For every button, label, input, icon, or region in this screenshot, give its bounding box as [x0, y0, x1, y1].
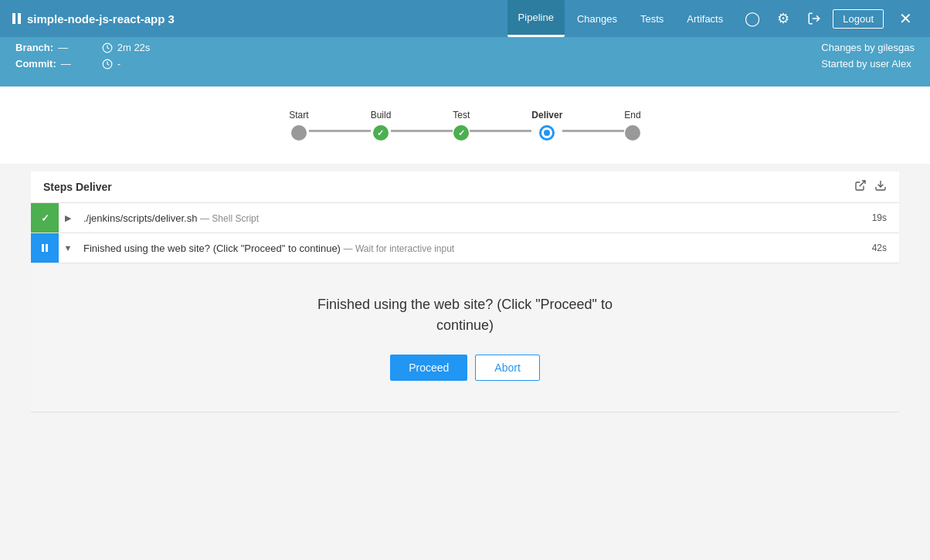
branch-label: Branch: [15, 42, 53, 53]
commit-value: — [61, 58, 71, 70]
clock-icon [102, 59, 113, 70]
step1-expand-icon[interactable]: ▶ [59, 213, 77, 223]
branch-value: — [58, 42, 68, 53]
changes-by: Changes by gilesgas [821, 42, 915, 53]
step1-time: 19s [872, 212, 899, 223]
stage-deliver: Deliver [531, 110, 562, 141]
steps-section: Steps Deliver ✓ ▶ [31, 171, 899, 412]
steps-header: Steps Deliver [31, 171, 899, 203]
logout-button[interactable]: Logout [833, 9, 884, 29]
stage-end-label: End [624, 110, 640, 120]
duration-value: 2m 22s [117, 42, 151, 53]
stage-end: End [624, 110, 640, 141]
build-check-icon: ✓ [377, 128, 384, 138]
stage-build-label: Build [371, 110, 392, 120]
interactive-message: Finished using the web site? (Click "Pro… [311, 294, 619, 336]
sub-header: Branch: — Commit: — 2m 22s - Changes by … [0, 37, 930, 87]
tab-tests[interactable]: Tests [630, 0, 674, 37]
pipeline-area: Start Build ✓ Test ✓ Deliver E [0, 87, 930, 164]
stage-start-dot [291, 125, 307, 141]
stage-end-dot [625, 125, 640, 141]
connector-4 [562, 130, 624, 132]
app-header: simple-node-js-react-app 3 Pipeline Chan… [0, 0, 930, 37]
step2-name: Finished using the web site? (Click "Pro… [77, 243, 872, 254]
abort-button[interactable]: Abort [475, 355, 539, 381]
stage-test-label: Test [453, 110, 470, 120]
stage-deliver-dot [539, 125, 555, 141]
started-by: Started by user Alex [821, 58, 915, 70]
step1-status-icon: ✓ [31, 203, 59, 232]
nav-tabs: Pipeline Changes Tests Artifacts [507, 0, 735, 37]
connector-3 [470, 130, 531, 132]
table-row: ▼ Finished using the web site? (Click "P… [31, 233, 899, 263]
circle-icon[interactable]: ◯ [740, 6, 765, 31]
stage-build: Build ✓ [371, 110, 392, 141]
step2-time: 42s [872, 243, 899, 253]
clock-run-icon [102, 42, 113, 53]
stage-start: Start [289, 110, 308, 141]
test-check-icon: ✓ [458, 128, 465, 138]
stage-test-dot: ✓ [453, 125, 469, 141]
tab-pipeline[interactable]: Pipeline [507, 0, 565, 37]
connector-1 [309, 130, 371, 132]
interactive-buttons: Proceed Abort [390, 355, 540, 381]
proceed-button[interactable]: Proceed [390, 355, 467, 381]
steps-title: Steps Deliver [43, 181, 112, 193]
settings-icon[interactable]: ⚙ [771, 6, 796, 31]
stage-build-dot: ✓ [373, 125, 389, 141]
content-area: Steps Deliver ✓ ▶ [15, 171, 915, 412]
tab-changes[interactable]: Changes [566, 0, 628, 37]
tab-artifacts[interactable]: Artifacts [676, 0, 734, 37]
time-value: - [117, 58, 120, 70]
meta-left: Branch: — Commit: — [15, 42, 71, 82]
external-link-icon[interactable] [854, 179, 867, 195]
step2-status-icon [31, 233, 59, 263]
header-icons: ◯ ⚙ Logout ✕ [740, 6, 918, 31]
interactive-input-section: Finished using the web site? (Click "Pro… [31, 263, 899, 412]
meta-center: 2m 22s - [102, 42, 151, 82]
stage-deliver-label: Deliver [531, 110, 562, 120]
signout-icon[interactable] [802, 6, 826, 31]
step2-expand-icon[interactable]: ▼ [59, 243, 77, 253]
commit-label: Commit: [15, 58, 56, 70]
meta-right: Changes by gilesgas Started by user Alex [821, 42, 915, 82]
connector-2 [391, 130, 453, 132]
table-row: ✓ ▶ ./jenkins/scripts/deliver.sh — Shell… [31, 203, 899, 233]
close-icon[interactable]: ✕ [893, 6, 918, 31]
download-icon[interactable] [874, 179, 887, 195]
steps-header-icons [854, 179, 887, 195]
svg-line-3 [860, 181, 865, 186]
stage-test: Test ✓ [453, 110, 470, 141]
stage-pipeline: Start Build ✓ Test ✓ Deliver E [289, 110, 640, 141]
app-title: simple-node-js-react-app 3 [27, 12, 175, 25]
stage-start-label: Start [289, 110, 308, 120]
step1-name: ./jenkins/scripts/deliver.sh — Shell Scr… [77, 212, 872, 224]
pause-icon [12, 13, 21, 24]
